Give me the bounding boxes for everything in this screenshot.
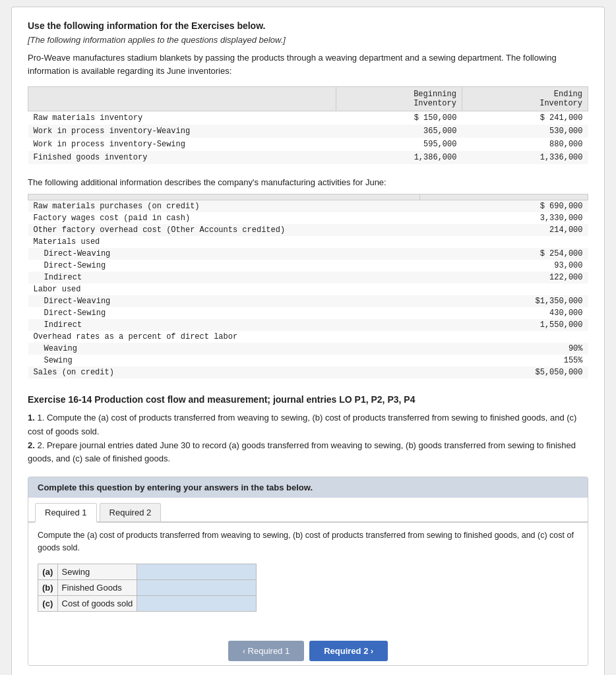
- complete-box-body: Required 1 Required 2 Compute the (a) co…: [28, 498, 588, 665]
- next-button[interactable]: Required 2 ›: [309, 641, 388, 661]
- inventory-table: BeginningInventory EndingInventory Raw m…: [28, 86, 588, 164]
- act-header-value: [420, 194, 588, 200]
- row-input-cell[interactable]: [137, 595, 257, 611]
- row-name: Finished Goods: [57, 579, 137, 595]
- list-item: Direct-Sewing 430,000: [28, 307, 588, 319]
- act-row-value: 90%: [420, 343, 588, 355]
- inv-row-label: Work in process inventory-Weaving: [28, 125, 336, 138]
- row-input[interactable]: [141, 567, 252, 577]
- list-item: Materials used: [28, 236, 588, 248]
- info-section: Use the following information for the Ex…: [28, 20, 588, 164]
- table-row: (b) Finished Goods: [38, 579, 257, 595]
- list-item: Factory wages cost (paid in cash) 3,330,…: [28, 212, 588, 224]
- list-item: Labor used: [28, 283, 588, 295]
- act-row-label: Factory wages cost (paid in cash): [28, 212, 420, 224]
- list-item: Overhead rates as a percent of direct la…: [28, 331, 588, 343]
- act-header-label: [28, 194, 420, 200]
- act-row-label: Indirect: [28, 319, 420, 331]
- row-input-cell[interactable]: [137, 564, 257, 579]
- inv-row-ending: 880,000: [462, 138, 588, 151]
- italic-note: [The following information applies to th…: [28, 35, 588, 45]
- tab-required1[interactable]: Required 1: [35, 503, 97, 523]
- inv-row-beginning: 365,000: [336, 125, 462, 138]
- act-row-label: Labor used: [28, 283, 420, 295]
- act-row-label: Weaving: [28, 343, 420, 355]
- act-row-value: [420, 283, 588, 295]
- act-row-label: Sales (on credit): [28, 367, 420, 378]
- table-row: Raw materials inventory $ 150,000 $ 241,…: [28, 111, 588, 125]
- table-row: Finished goods inventory 1,386,000 1,336…: [28, 151, 588, 164]
- list-item: Sales (on credit) $5,050,000: [28, 367, 588, 378]
- inv-row-ending: $ 241,000: [462, 111, 588, 125]
- act-row-value: $ 690,000: [420, 200, 588, 213]
- row-input[interactable]: [141, 583, 252, 593]
- act-row-value: 93,000: [420, 260, 588, 272]
- list-item: Sewing 155%: [28, 355, 588, 367]
- act-row-label: Indirect: [28, 272, 420, 283]
- row-name: Sewing: [57, 564, 137, 579]
- row-prefix: (b): [38, 579, 58, 595]
- act-row-value: 1,550,000: [420, 319, 588, 331]
- tab-required2[interactable]: Required 2: [100, 503, 162, 521]
- section-title: Use the following information for the Ex…: [28, 20, 588, 31]
- act-row-label: Materials used: [28, 236, 420, 248]
- list-item: Indirect 122,000: [28, 272, 588, 283]
- list-item: Direct-Weaving $ 254,000: [28, 248, 588, 260]
- prev-chevron-icon: ‹: [243, 647, 245, 656]
- act-row-label: Direct-Sewing: [28, 260, 420, 272]
- act-row-label: Raw materials purchases (on credit): [28, 200, 420, 213]
- act-row-label: Direct-Weaving: [28, 295, 420, 307]
- table-row: Work in process inventory-Sewing 595,000…: [28, 138, 588, 151]
- inv-row-beginning: 1,386,000: [336, 151, 462, 164]
- inv-row-label: Finished goods inventory: [28, 151, 336, 164]
- act-row-value: 214,000: [420, 224, 588, 236]
- row-prefix: (c): [38, 595, 58, 611]
- row-name: Cost of goods sold: [57, 595, 137, 611]
- nav-buttons: ‹ Required 1 Required 2 ›: [28, 631, 588, 665]
- inv-row-ending: 1,336,000: [462, 151, 588, 164]
- list-item: Raw materials purchases (on credit) $ 69…: [28, 200, 588, 213]
- inv-row-ending: 530,000: [462, 125, 588, 138]
- row-input[interactable]: [141, 599, 252, 608]
- list-item: Direct-Weaving $1,350,000: [28, 295, 588, 307]
- act-row-value: $1,350,000: [420, 295, 588, 307]
- input-table: (a) Sewing (b) Finished Goods (c) Cost o…: [38, 564, 257, 612]
- activities-table: Raw materials purchases (on credit) $ 69…: [28, 194, 588, 378]
- act-row-label: Other factory overhead cost (Other Accou…: [28, 224, 420, 236]
- description: Pro-Weave manufactures stadium blankets …: [28, 51, 588, 77]
- instruction1: 1. 1. Compute the (a) cost of products t…: [28, 411, 588, 439]
- inventory-table-wrap: BeginningInventory EndingInventory Raw m…: [28, 86, 588, 164]
- additional-note: The following additional information des…: [28, 177, 588, 187]
- table-row: Work in process inventory-Weaving 365,00…: [28, 125, 588, 138]
- table-row: (c) Cost of goods sold: [38, 595, 257, 611]
- complete-box-header: Complete this question by entering your …: [28, 477, 588, 498]
- act-row-label: Overhead rates as a percent of direct la…: [28, 331, 420, 343]
- prev-button[interactable]: ‹ Required 1: [228, 641, 304, 661]
- tabs-row: Required 1 Required 2: [28, 498, 588, 523]
- act-row-value: [420, 331, 588, 343]
- row-input-cell[interactable]: [137, 579, 257, 595]
- act-row-label: Direct-Sewing: [28, 307, 420, 319]
- act-row-label: Direct-Weaving: [28, 248, 420, 260]
- act-row-label: Sewing: [28, 355, 420, 367]
- act-row-value: 3,330,000: [420, 212, 588, 224]
- next-chevron-icon: ›: [371, 647, 373, 656]
- list-item: Other factory overhead cost (Other Accou…: [28, 224, 588, 236]
- act-row-value: 430,000: [420, 307, 588, 319]
- table-row: (a) Sewing: [38, 564, 257, 579]
- act-row-value: 122,000: [420, 272, 588, 283]
- additional-info-section: The following additional information des…: [28, 177, 588, 378]
- act-row-value: [420, 236, 588, 248]
- exercise-title: Exercise 16-14 Production cost flow and …: [28, 394, 588, 405]
- exercise-section: Exercise 16-14 Production cost flow and …: [28, 394, 588, 666]
- list-item: Direct-Sewing 93,000: [28, 260, 588, 272]
- exercise-instructions: 1. 1. Compute the (a) cost of products t…: [28, 411, 588, 466]
- act-row-value: 155%: [420, 355, 588, 367]
- complete-question-box: Complete this question by entering your …: [28, 477, 588, 666]
- instruction2: 2. 2. Prepare journal entries dated June…: [28, 439, 588, 467]
- inv-header-ending: EndingInventory: [462, 87, 588, 111]
- inv-row-label: Work in process inventory-Sewing: [28, 138, 336, 151]
- inv-header-label: [28, 87, 336, 111]
- page-container: Use the following information for the Ex…: [11, 7, 605, 675]
- act-row-value: $ 254,000: [420, 248, 588, 260]
